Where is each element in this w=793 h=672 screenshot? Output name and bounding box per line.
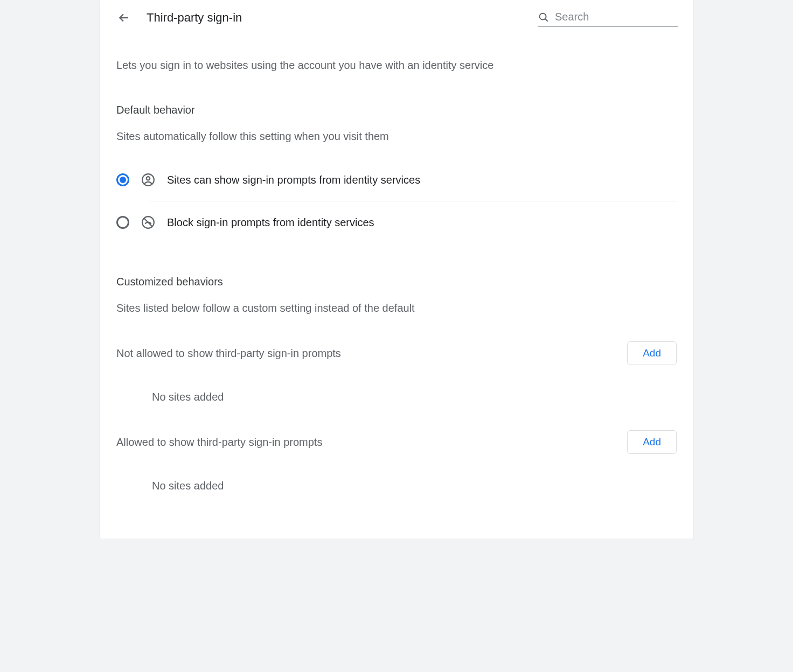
radio-label-block: Block sign-in prompts from identity serv…: [167, 216, 374, 229]
radio-button-allow[interactable]: [116, 173, 129, 186]
allowed-label: Allowed to show third-party sign-in prom…: [116, 436, 322, 449]
header: Third-party sign-in: [100, 0, 693, 38]
add-button-not-allowed[interactable]: Add: [627, 341, 677, 365]
block-icon: [141, 215, 155, 229]
not-allowed-label: Not allowed to show third-party sign-in …: [116, 347, 341, 360]
search-container[interactable]: [538, 9, 678, 27]
radio-inner: [120, 177, 126, 183]
behavior-row-not-allowed: Not allowed to show third-party sign-in …: [116, 341, 677, 365]
radio-group-default: Sites can show sign-in prompts from iden…: [116, 159, 677, 243]
settings-panel: Third-party sign-in Lets you sign in to …: [100, 0, 693, 538]
radio-button-block[interactable]: [116, 216, 129, 229]
svg-line-1: [545, 18, 548, 21]
section-title-default: Default behavior: [116, 104, 677, 116]
allowed-empty: No sites added: [152, 480, 677, 492]
person-circle-icon: [141, 173, 155, 187]
radio-option-block[interactable]: Block sign-in prompts from identity serv…: [116, 201, 677, 243]
svg-point-0: [540, 13, 546, 19]
page-description: Lets you sign in to websites using the a…: [116, 59, 677, 72]
radio-label-allow: Sites can show sign-in prompts from iden…: [167, 174, 420, 186]
behavior-row-allowed: Allowed to show third-party sign-in prom…: [116, 430, 677, 454]
page-title: Third-party sign-in: [147, 11, 523, 25]
section-title-custom: Customized behaviors: [116, 276, 677, 288]
not-allowed-empty: No sites added: [152, 391, 677, 403]
add-button-allowed[interactable]: Add: [627, 430, 677, 454]
content: Lets you sign in to websites using the a…: [100, 38, 693, 514]
back-button[interactable]: [116, 10, 131, 25]
radio-option-allow[interactable]: Sites can show sign-in prompts from iden…: [116, 159, 677, 201]
search-input[interactable]: [555, 11, 691, 23]
svg-point-3: [147, 177, 150, 180]
section-subtitle-default: Sites automatically follow this setting …: [116, 130, 677, 143]
svg-line-5: [144, 218, 152, 226]
section-subtitle-custom: Sites listed below follow a custom setti…: [116, 302, 677, 314]
arrow-left-icon: [117, 11, 131, 25]
search-icon: [538, 11, 549, 23]
